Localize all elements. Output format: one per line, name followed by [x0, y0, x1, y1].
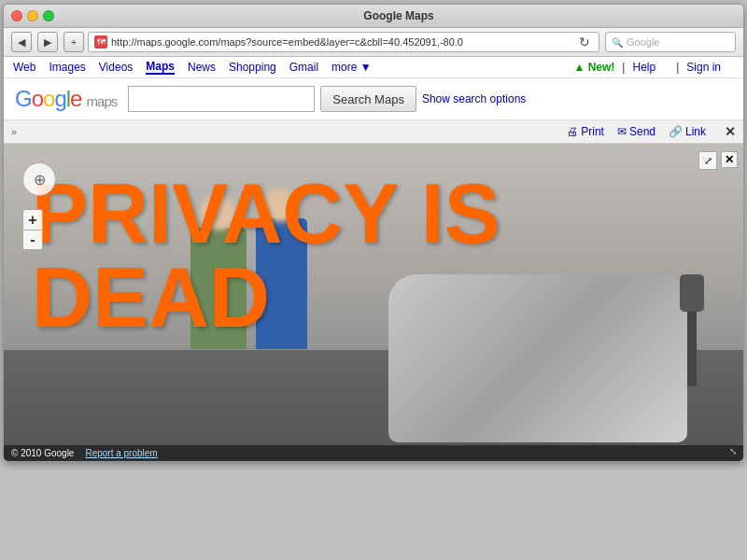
- minimize-window-button[interactable]: [27, 10, 38, 21]
- browser-search-text: Google: [627, 36, 659, 48]
- expand-button[interactable]: »: [11, 126, 17, 137]
- nav-shopping[interactable]: Shopping: [229, 61, 276, 74]
- google-logo: Google maps: [15, 86, 117, 112]
- new-label: ▲ New!: [573, 61, 614, 74]
- nav-separator2: |: [676, 61, 679, 74]
- nav-web[interactable]: Web: [13, 61, 35, 74]
- close-map-button[interactable]: ✕: [721, 151, 738, 168]
- add-tab-button[interactable]: +: [63, 32, 84, 52]
- close-window-button[interactable]: [11, 10, 22, 21]
- compass-icon: ⊕: [34, 171, 46, 189]
- url-text: http://maps.google.com/maps?source=embed…: [111, 36, 463, 48]
- search-icon: 🔍: [612, 37, 623, 48]
- back-button[interactable]: ◀: [11, 32, 32, 52]
- maximize-window-button[interactable]: [43, 10, 54, 21]
- zoom-out-button[interactable]: -: [22, 230, 43, 250]
- street-view-background: [4, 144, 743, 461]
- fullscreen-button[interactable]: ⤢: [698, 151, 717, 170]
- report-problem-link[interactable]: Report a problem: [85, 448, 157, 458]
- parking-meter-element: [687, 274, 697, 386]
- search-box-container: Search Maps Show search options: [128, 86, 732, 112]
- map-bottom-bar: © 2010 Google Report a problem ⤡: [4, 445, 743, 461]
- google-nav: Web Images Videos Maps News Shopping Gma…: [4, 57, 743, 78]
- show-search-options-link[interactable]: Show search options: [422, 92, 526, 105]
- nav-separator: |: [622, 61, 625, 74]
- maps-label: maps: [83, 93, 117, 109]
- nav-right: ▲ New! | Help | Sign in: [573, 61, 734, 74]
- title-bar: Google Maps: [4, 5, 743, 28]
- maps-toolbar: » 🖨 Print ✉ Send 🔗 Link ✕: [4, 120, 743, 144]
- url-bar[interactable]: 🗺 http://maps.google.com/maps?source=emb…: [88, 32, 599, 52]
- signin-link[interactable]: Sign in: [686, 61, 721, 74]
- person1-element: [190, 228, 247, 349]
- help-link[interactable]: Help: [632, 61, 655, 74]
- maps-header: Google maps Search Maps Show search opti…: [4, 78, 743, 120]
- compass-button[interactable]: ⊕: [22, 162, 56, 196]
- search-maps-button[interactable]: Search Maps: [320, 86, 416, 112]
- nav-videos[interactable]: Videos: [99, 61, 133, 74]
- map-controls: ⊕ + -: [22, 162, 56, 250]
- resize-handle[interactable]: ⤡: [726, 444, 740, 457]
- url-bar-container: + 🗺 http://maps.google.com/maps?source=e…: [63, 32, 599, 52]
- send-icon: ✉: [617, 125, 627, 138]
- toolbar-actions: 🖨 Print ✉ Send 🔗 Link: [567, 125, 706, 138]
- nav-maps[interactable]: Maps: [146, 60, 175, 75]
- nav-news[interactable]: News: [188, 61, 216, 74]
- traffic-lights: [11, 10, 54, 21]
- link-icon: 🔗: [669, 125, 683, 138]
- browser-search-bar[interactable]: 🔍 Google: [605, 32, 736, 52]
- nav-images[interactable]: Images: [49, 61, 85, 74]
- browser-window: Google Maps ◀ ▶ + 🗺 http://maps.google.c…: [3, 4, 744, 462]
- link-button[interactable]: 🔗 Link: [669, 125, 706, 138]
- map-area[interactable]: PRIVACY IS DEAD ⊕ + - ⤢ ✕ © 2010 Google …: [4, 144, 743, 461]
- nav-more[interactable]: more ▼: [331, 61, 372, 74]
- print-button[interactable]: 🖨 Print: [567, 125, 604, 138]
- close-toolbar-button[interactable]: ✕: [725, 124, 736, 139]
- zoom-in-button[interactable]: +: [22, 209, 43, 230]
- refresh-button[interactable]: ↻: [576, 35, 593, 49]
- forward-button[interactable]: ▶: [37, 32, 58, 52]
- car-element: [388, 274, 687, 442]
- maps-search-input[interactable]: [128, 86, 315, 112]
- zoom-controls: + -: [22, 209, 43, 250]
- print-icon: 🖨: [567, 125, 578, 138]
- nav-gmail[interactable]: Gmail: [289, 61, 318, 74]
- send-button[interactable]: ✉ Send: [617, 125, 655, 138]
- copyright-text: © 2010 Google: [11, 448, 74, 458]
- favicon: 🗺: [94, 35, 107, 49]
- nav-bar: ◀ ▶ + 🗺 http://maps.google.com/maps?sour…: [4, 28, 743, 57]
- window-title: Google Maps: [62, 9, 736, 22]
- person2-element: [256, 218, 307, 349]
